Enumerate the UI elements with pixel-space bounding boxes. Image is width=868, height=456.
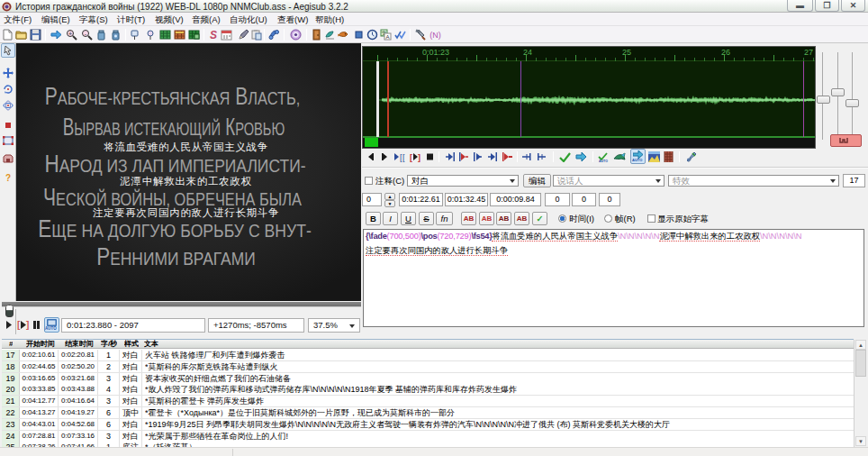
svg-text:AUTO: AUTO xyxy=(599,160,608,163)
svg-text:?: ? xyxy=(5,173,11,183)
svg-text:(N): (N) xyxy=(429,31,441,40)
svg-text:+: + xyxy=(68,31,72,37)
svg-text:[: [ xyxy=(402,153,405,162)
svg-text:[: [ xyxy=(410,153,412,162)
svg-text:S: S xyxy=(210,29,217,41)
svg-text:]: ] xyxy=(418,153,420,162)
svg-text:A: A xyxy=(385,34,389,40)
